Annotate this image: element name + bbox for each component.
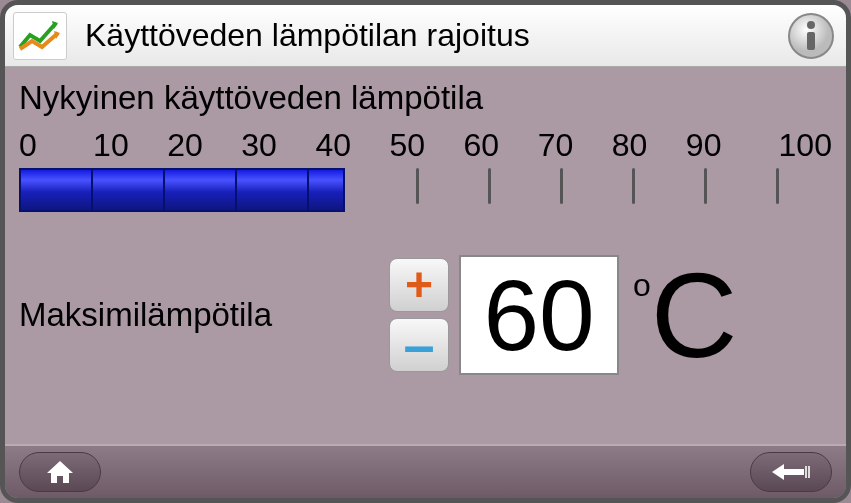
scale-tick: 80 <box>612 127 684 164</box>
max-temp-value: 60 <box>459 255 619 375</box>
bar-segment <box>309 170 345 210</box>
home-icon <box>45 459 75 485</box>
tick-mark <box>741 168 813 204</box>
scale-tick: 0 <box>19 127 91 164</box>
progress-bar <box>19 168 832 212</box>
page-title: Käyttöveden lämpötilan rajoitus <box>85 17 530 54</box>
scale-tick: 40 <box>315 127 387 164</box>
home-button[interactable] <box>19 452 101 492</box>
svg-rect-4 <box>807 32 815 50</box>
scale-tick: 10 <box>93 127 165 164</box>
unit-display: o C <box>633 261 737 369</box>
max-temp-row: Maksimilämpötila + – 60 o C <box>19 255 832 375</box>
content-area: Nykyinen käyttöveden lämpötila 0 10 20 3… <box>5 67 846 444</box>
svg-marker-5 <box>47 461 73 483</box>
scale-tick: 70 <box>538 127 610 164</box>
minus-icon: – <box>403 317 434 373</box>
scale-tick-row: 0 10 20 30 40 50 60 70 80 90 100 <box>19 127 832 164</box>
svg-rect-8 <box>808 466 810 478</box>
info-button[interactable] <box>786 11 836 61</box>
tick-mark <box>453 168 525 204</box>
temperature-stepper: + – <box>389 258 449 372</box>
bar-segment <box>93 170 165 210</box>
scale-tick: 20 <box>167 127 239 164</box>
progress-bar-fill <box>19 168 345 212</box>
bar-segment <box>237 170 309 210</box>
tick-mark <box>381 168 453 204</box>
svg-rect-7 <box>805 466 807 478</box>
scale-tick: 100 <box>760 127 832 164</box>
temperature-scale: 0 10 20 30 40 50 60 70 80 90 100 <box>19 127 832 217</box>
increase-button[interactable]: + <box>389 258 449 312</box>
scale-tick: 90 <box>686 127 758 164</box>
current-temp-label: Nykyinen käyttöveden lämpötila <box>19 79 832 117</box>
scale-tick: 50 <box>389 127 461 164</box>
scale-tick: 60 <box>464 127 536 164</box>
trend-chart-icon <box>13 12 67 60</box>
tick-mark <box>669 168 741 204</box>
svg-marker-6 <box>772 464 804 480</box>
plus-icon: + <box>405 261 433 309</box>
bar-segment <box>21 170 93 210</box>
degree-symbol: o <box>633 267 651 304</box>
footer-bar <box>5 444 846 498</box>
back-arrow-icon <box>770 462 812 482</box>
empty-tick-marks <box>381 168 813 212</box>
decrease-button[interactable]: – <box>389 318 449 372</box>
back-button[interactable] <box>750 452 832 492</box>
svg-point-3 <box>807 21 815 29</box>
tick-mark <box>597 168 669 204</box>
bar-segment <box>165 170 237 210</box>
header-bar: Käyttöveden lämpötilan rajoitus <box>5 5 846 67</box>
tick-mark <box>525 168 597 204</box>
unit-celsius: C <box>651 261 738 369</box>
scale-tick: 30 <box>241 127 313 164</box>
max-temp-label: Maksimilämpötila <box>19 296 389 334</box>
